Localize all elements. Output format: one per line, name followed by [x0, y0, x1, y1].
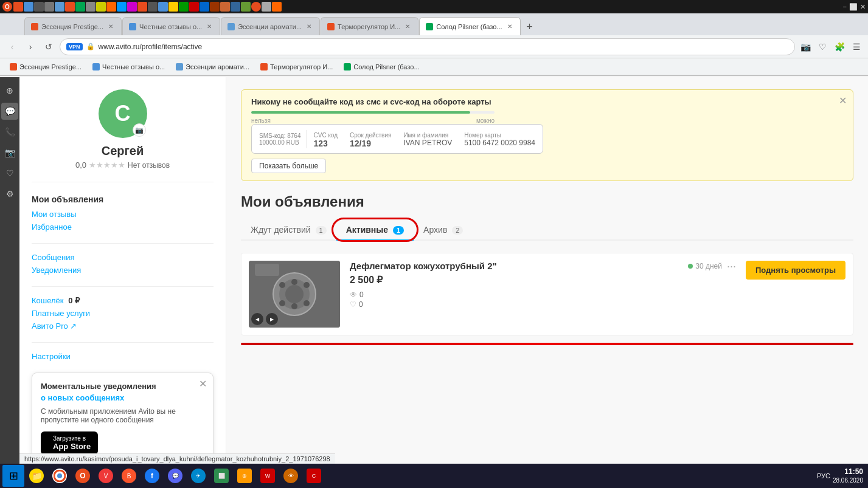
back-button[interactable]: ‹ — [5, 40, 19, 54]
security-banner-close[interactable]: ✕ — [839, 95, 847, 106]
opera-taskbar-icon: O — [75, 469, 90, 483]
avito-pro-link[interactable]: Авито Pro ↗ — [32, 320, 214, 332]
taskbar-app-12[interactable]: 👁 — [280, 465, 302, 487]
tab-archive[interactable]: Архив 2 — [414, 220, 473, 241]
tab-favicon-0 — [31, 23, 38, 30]
taskbar-opera[interactable]: O — [72, 465, 94, 487]
rating-value: 0,0 — [75, 160, 86, 170]
listing-favorites-stat: ♡ 0 — [350, 300, 736, 309]
name-value: IVAN PETROV — [403, 139, 452, 147]
security-card-row: SMS-код: 8764 10000.00 RUB CVC код 123 С… — [251, 124, 843, 154]
profile-rating: 0,0 ★★★★★ Нет отзывов — [75, 160, 170, 170]
security-progress-fill — [251, 111, 470, 114]
tab-close-4[interactable]: ✕ — [505, 22, 514, 31]
start-button[interactable]: ⊞ — [2, 465, 24, 487]
profile-name: Сергей — [102, 144, 144, 158]
show-more-button[interactable]: Показать больше — [251, 159, 326, 173]
thumb-prev-btn[interactable]: ◀ — [251, 313, 263, 325]
bookmark-2[interactable]: Эссенции аромати... — [171, 60, 254, 74]
listing-more-btn[interactable]: ··· — [727, 261, 736, 272]
tab-active-count: 1 — [393, 226, 404, 235]
tab-close-1[interactable]: ✕ — [205, 22, 214, 31]
notifications-link[interactable]: Уведомления — [32, 264, 214, 277]
wallet-link[interactable]: Кошелёк 0 ₽ — [32, 294, 214, 307]
tab-favicon-3 — [327, 23, 335, 30]
avatar-camera-btn[interactable]: 📷 — [133, 123, 146, 137]
taskbar-file-explorer[interactable]: 📁 — [26, 465, 47, 487]
heart-icon[interactable]: ♡ — [816, 40, 829, 53]
paid-services-link[interactable]: Платные услуги — [32, 307, 214, 320]
taskbar-brave[interactable]: B — [118, 465, 140, 487]
svg-point-7 — [304, 300, 310, 306]
taskbar-app-11[interactable]: W — [257, 465, 279, 487]
favorites-link[interactable]: Избранное — [32, 221, 214, 233]
divider — [307, 130, 307, 148]
tab-3[interactable]: Терморегулятор И... ✕ — [321, 17, 418, 35]
notification-popup-subtitle: о новых сообщениях — [41, 393, 204, 402]
taskbar-vivaldi[interactable]: V — [95, 465, 117, 487]
thumb-play-btn[interactable]: ▶ — [266, 313, 278, 325]
forward-button[interactable]: › — [23, 40, 38, 54]
taskbar-app-7[interactable]: 💬 — [164, 465, 186, 487]
tab-0[interactable]: Эссенция Prestige... ✕ — [24, 17, 122, 35]
bookmark-1[interactable]: Честные отзывы о... — [88, 60, 170, 74]
screenshot-icon[interactable]: 📷 — [799, 40, 812, 53]
rating-stars: ★★★★★ — [89, 160, 125, 170]
sidebar-settings-btn[interactable]: ⚙ — [1, 185, 18, 202]
menu-icon[interactable]: ☰ — [850, 40, 863, 53]
cvc-label: CVC код — [313, 132, 338, 139]
taskbar-app-10[interactable]: ⊕ — [234, 465, 255, 487]
security-fields: CVC код 123 Срок действия 12/19 Имя и фа… — [313, 132, 535, 148]
svg-point-6 — [279, 300, 285, 306]
security-banner: ✕ Никому не сообщайте код из смс и сvc-к… — [241, 89, 853, 181]
top-taskbar-right: − ⬜ ✕ — [843, 0, 866, 13]
tab-1[interactable]: Честные отзывы о... ✕ — [122, 17, 220, 35]
listings-tabs: Ждут действий 1 Активные 1 Архив 2 — [241, 220, 853, 241]
taskbar-app-8[interactable]: ✈ — [187, 465, 209, 487]
tab-close-3[interactable]: ✕ — [403, 22, 412, 31]
notification-popup-close[interactable]: ✕ — [199, 378, 207, 390]
tab-4[interactable]: Солод Pilsner (базо... ✕ — [419, 17, 520, 35]
tab-2[interactable]: Эссенции аромати... ✕ — [221, 17, 320, 35]
taskbar-app-13[interactable]: C — [303, 465, 325, 487]
tab-active[interactable]: Активные 1 — [336, 220, 414, 241]
sidebar-heart-btn[interactable]: ♡ — [1, 165, 18, 182]
promote-button[interactable]: Поднять просмотры — [746, 261, 845, 280]
bookmark-3[interactable]: Терморегулятор И... — [255, 60, 338, 74]
views-count: 0 — [359, 290, 364, 299]
svg-point-9 — [291, 303, 297, 309]
tab-favicon-2 — [227, 23, 235, 30]
app-store-text-group: Загрузите в App Store — [53, 435, 91, 451]
app-store-button[interactable]: Загрузите в App Store — [41, 431, 98, 455]
tab-close-0[interactable]: ✕ — [106, 22, 115, 31]
taskbar-chrome[interactable] — [49, 465, 71, 487]
tab-favicon-4 — [426, 23, 433, 30]
listing-thumbnail: ◀ ▶ — [249, 261, 340, 328]
my-reviews-link[interactable]: Мои отзывы — [32, 208, 214, 221]
svg-point-3 — [285, 285, 304, 303]
bookmark-0[interactable]: Эссенция Prestige... — [5, 60, 86, 74]
address-bar[interactable]: VPN 🔒 www.avito.ru/profile/items/active — [60, 38, 795, 55]
new-tab-button[interactable]: + — [521, 18, 538, 35]
opera-icon[interactable]: O — [2, 2, 12, 12]
settings-link[interactable]: Настройки — [32, 350, 214, 363]
sidebar-instagram-btn[interactable]: 📷 — [1, 144, 18, 161]
sidebar-messages-btn[interactable]: 💬 — [1, 103, 18, 120]
messages-link[interactable]: Сообщения — [32, 251, 214, 264]
tab-awaiting[interactable]: Ждут действий 1 — [241, 220, 336, 241]
extension-icon[interactable]: 🧩 — [833, 40, 846, 53]
expiry-label: Срок действия — [350, 132, 391, 139]
taskbar-app-6[interactable]: f — [141, 465, 163, 487]
sidebar-home-btn[interactable]: ⊕ — [1, 82, 18, 99]
sidebar-phone-btn[interactable]: 📞 — [1, 123, 18, 140]
favorites-count: 0 — [359, 300, 363, 309]
svg-rect-10 — [255, 264, 279, 276]
tab-bar: Эссенция Prestige... ✕ Честные отзывы о.… — [0, 13, 868, 35]
bookmark-4[interactable]: Солод Pilsner (базо... — [339, 60, 424, 74]
taskbar-app-9[interactable]: ⬜ — [210, 465, 232, 487]
refresh-button[interactable]: ↺ — [41, 40, 56, 54]
side-nav-settings: Настройки — [32, 350, 214, 363]
sms-section: SMS-код: 8764 10000.00 RUB — [259, 132, 300, 146]
notification-popup-text: С мобильным приложением Avito вы не проп… — [41, 407, 204, 424]
tab-close-2[interactable]: ✕ — [305, 22, 313, 31]
